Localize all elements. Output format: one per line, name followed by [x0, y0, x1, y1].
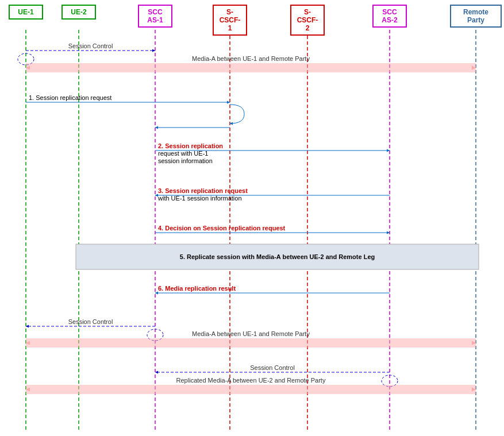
diagram-svg: Session ControlMedia-A between UE-1 and …	[0, 0, 504, 436]
svg-marker-36	[155, 292, 158, 295]
svg-text:Session Control: Session Control	[68, 318, 113, 325]
svg-text:Replicated Media-A between UE-: Replicated Media-A between UE-2 and Remo…	[176, 377, 326, 384]
svg-text:6. Media replication result: 6. Media replication result	[158, 285, 236, 292]
actor-scc-as-2: SCC AS-2	[372, 5, 407, 28]
svg-text:4. Decision on Session replica: 4. Decision on Session replication reque…	[158, 225, 286, 231]
svg-rect-42	[26, 338, 476, 348]
svg-text:Media-A between UE-1 and Remot: Media-A between UE-1 and Remote Party	[192, 55, 310, 62]
actor-scc-as-1: SCC AS-1	[138, 5, 172, 28]
svg-rect-50	[26, 385, 476, 394]
svg-text:1. Session replication request: 1. Session replication request	[29, 94, 111, 101]
sequence-diagram: Session ControlMedia-A between UE-1 and …	[0, 0, 504, 436]
svg-text:Session Control: Session Control	[250, 364, 295, 371]
actor-s-cscf-1: S-CSCF-1	[213, 5, 247, 36]
svg-text:5. Replicate session with Medi: 5. Replicate session with Media-A betwee…	[180, 253, 375, 260]
svg-rect-11	[26, 63, 476, 72]
svg-text:with UE-1 session information: with UE-1 session information	[157, 195, 242, 202]
svg-text:Session Control: Session Control	[68, 43, 113, 49]
svg-text:Media-A between UE-1 and Remot: Media-A between UE-1 and Remote Party	[192, 330, 310, 337]
svg-text:session information: session information	[158, 157, 213, 164]
svg-text:3. Session replication request: 3. Session replication request	[158, 187, 248, 194]
svg-text:2. Session replication: 2. Session replication	[158, 142, 223, 149]
actor-ue-2: UE-2	[61, 5, 96, 20]
actor-ue-1: UE-1	[9, 5, 43, 20]
actor-s-cscf-2: S-CSCF-2	[290, 5, 325, 36]
actor-remote-party: Remote Party	[450, 5, 502, 28]
svg-text:request with UE-1: request with UE-1	[158, 150, 208, 157]
